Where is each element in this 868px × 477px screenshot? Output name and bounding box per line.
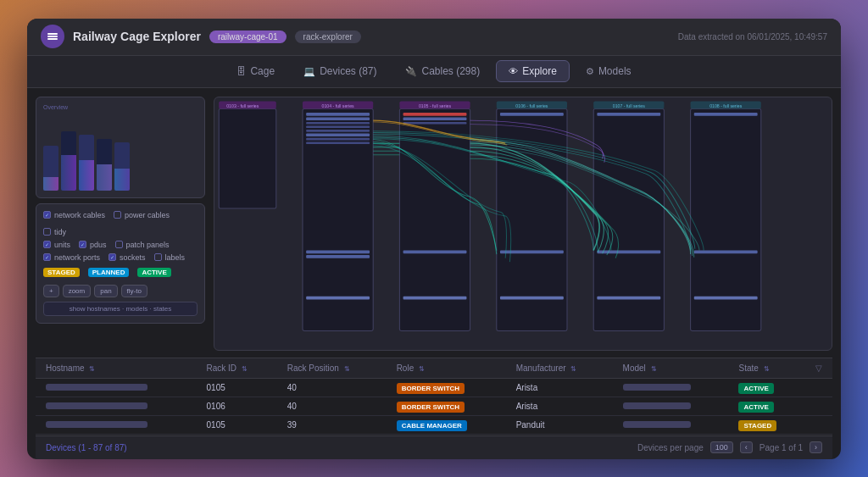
- legend-power-cables[interactable]: power cables: [114, 211, 170, 219]
- legend-patch-panels[interactable]: patch panels: [115, 241, 170, 249]
- svg-rect-26: [403, 113, 467, 116]
- svg-rect-35: [597, 250, 660, 253]
- tab-explore[interactable]: 👁 Explore: [496, 60, 570, 82]
- svg-rect-25: [306, 296, 370, 299]
- cell-role: CABLE MANAGER: [387, 415, 506, 434]
- cell-rack-position: 39: [277, 415, 387, 434]
- checkbox-power-cables[interactable]: [114, 211, 121, 219]
- col-role[interactable]: Role ⇅: [387, 358, 506, 379]
- hostname-placeholder: [46, 402, 147, 409]
- legend-units[interactable]: units: [43, 241, 70, 249]
- legend-labels[interactable]: labels: [154, 253, 186, 262]
- cell-manufacturer: Arista: [506, 378, 613, 397]
- legend-sockets[interactable]: sockets: [108, 253, 146, 262]
- col-filter[interactable]: ▽: [805, 358, 832, 379]
- col-model[interactable]: Model ⇅: [613, 358, 729, 379]
- legend-pdus[interactable]: pdus: [79, 241, 107, 249]
- breadcrumb-2[interactable]: rack-explorer: [295, 31, 361, 43]
- svg-rect-6: [497, 108, 567, 330]
- checkbox-patch-panels[interactable]: [115, 241, 123, 248]
- tab-cage[interactable]: 🗄 Cage: [224, 60, 287, 82]
- col-rack-position[interactable]: Rack Position ⇅: [277, 358, 387, 379]
- svg-rect-24: [306, 255, 370, 258]
- col-hostname[interactable]: Hostname ⇅: [36, 358, 197, 379]
- badge-planned: PLANNED: [88, 268, 130, 277]
- legend-network-ports[interactable]: network ports: [43, 253, 100, 262]
- svg-text:0106 - full series: 0106 - full series: [515, 104, 548, 108]
- cell-state: ACTIVE: [728, 397, 805, 415]
- show-hostnames-btn[interactable]: show hostnames · models · states: [43, 302, 198, 316]
- prev-page-btn[interactable]: ‹: [740, 441, 753, 453]
- checkbox-tidy[interactable]: [43, 228, 51, 236]
- svg-rect-14: [691, 101, 761, 108]
- badge-border-switch-2: BORDER SWITCH: [397, 402, 465, 413]
- btn-plus[interactable]: +: [43, 285, 59, 297]
- svg-rect-31: [500, 113, 564, 116]
- cell-state: STAGED: [728, 415, 805, 434]
- svg-text:0105 - full series: 0105 - full series: [419, 104, 452, 108]
- cage-icon: 🗄: [236, 66, 246, 76]
- tab-devices-label: Devices (87): [320, 65, 376, 77]
- col-state[interactable]: State ⇅: [728, 358, 805, 379]
- checkbox-network-cables[interactable]: [43, 211, 51, 219]
- cell-hostname: [36, 378, 197, 397]
- btn-zoom[interactable]: zoom: [63, 285, 92, 297]
- table-row: 0106 40 BORDER SWITCH Arista ACTIVE: [36, 397, 832, 415]
- svg-rect-19: [306, 129, 370, 131]
- checkbox-pdus[interactable]: [79, 241, 86, 248]
- model-placeholder: [623, 421, 691, 428]
- tab-devices[interactable]: 💻 Devices (87): [291, 60, 389, 82]
- legend-row-status: STAGED PLANNED ACTIVE: [43, 268, 198, 277]
- svg-rect-37: [694, 113, 758, 116]
- btn-fly-to[interactable]: fly-to: [121, 285, 147, 297]
- sort-icon-rack-pos: ⇅: [344, 365, 350, 373]
- col-manufacturer[interactable]: Manufacturer ⇅: [506, 358, 613, 379]
- svg-rect-9: [219, 101, 276, 108]
- tab-models[interactable]: ⚙ Models: [573, 60, 644, 82]
- app-window: Railway Cage Explorer railway-cage-01 ra…: [27, 19, 841, 459]
- next-page-btn[interactable]: ›: [810, 441, 822, 453]
- tab-cables-label: Cables (298): [421, 65, 480, 77]
- table-header-row: Hostname ⇅ Rack ID ⇅ Rack Position ⇅ Rol…: [36, 358, 832, 379]
- per-page-value[interactable]: 100: [710, 441, 733, 453]
- legend-row-1: network cables power cables tidy: [43, 211, 198, 236]
- checkbox-labels[interactable]: [154, 253, 162, 261]
- left-panel: Overview: [36, 97, 205, 351]
- svg-rect-18: [306, 125, 370, 128]
- svg-rect-10: [303, 101, 373, 108]
- svg-rect-5: [399, 108, 470, 330]
- hostname-placeholder: [46, 421, 147, 428]
- checkbox-sockets[interactable]: [108, 253, 116, 261]
- cell-manufacturer: Panduit: [506, 415, 613, 434]
- cables-svg: 0103 - full series 0104 - full series 01…: [214, 97, 832, 350]
- svg-rect-22: [306, 141, 370, 144]
- sort-icon-model: ⇅: [651, 365, 657, 373]
- svg-rect-17: [306, 121, 370, 124]
- cell-state: ACTIVE: [728, 378, 805, 397]
- tab-cables[interactable]: 🔌 Cables (298): [392, 60, 492, 82]
- svg-rect-15: [306, 113, 370, 116]
- svg-rect-16: [306, 117, 370, 120]
- sort-icon-rack-id: ⇅: [242, 365, 248, 373]
- cell-rack-position: 40: [277, 397, 387, 415]
- cell-hostname: [36, 397, 197, 415]
- btn-pan[interactable]: pan: [94, 285, 117, 297]
- breadcrumb-1[interactable]: railway-cage-01: [209, 31, 287, 43]
- checkbox-network-ports[interactable]: [43, 253, 51, 261]
- col-rack-id[interactable]: Rack ID ⇅: [197, 358, 277, 379]
- devices-count-link[interactable]: Devices (1 - 87 of 87): [46, 443, 127, 452]
- svg-text:0108 - full series: 0108 - full series: [709, 104, 743, 108]
- checkbox-units[interactable]: [43, 241, 51, 248]
- legend-tidy[interactable]: tidy: [43, 228, 66, 236]
- svg-rect-36: [597, 296, 660, 299]
- cell-rack-id: 0105: [197, 378, 277, 397]
- legend-row-3: network ports sockets labels: [43, 253, 198, 262]
- svg-rect-8: [691, 108, 761, 330]
- rack-visualization[interactable]: 0103 - full series 0104 - full series 01…: [214, 97, 832, 351]
- svg-rect-20: [306, 133, 370, 136]
- legend-network-cables[interactable]: network cables: [43, 211, 105, 219]
- badge-active-sm-1: ACTIVE: [738, 383, 773, 394]
- sort-icon-role: ⇅: [419, 365, 425, 373]
- cell-rack-position: 40: [277, 378, 387, 397]
- sort-icon-hostname: ⇅: [89, 365, 95, 373]
